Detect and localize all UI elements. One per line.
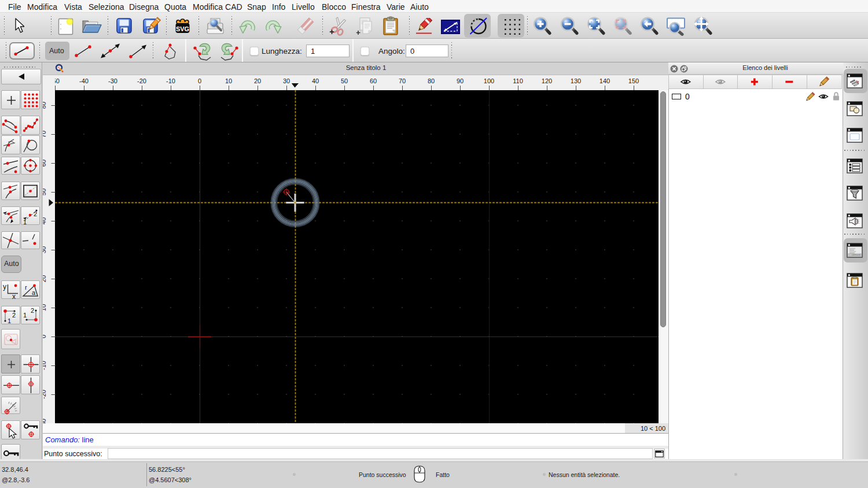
- svg-text:20: 20: [254, 77, 261, 84]
- svg-text:-40: -40: [79, 77, 89, 84]
- svg-text:0: 0: [43, 335, 47, 338]
- svg-text:120: 120: [542, 77, 552, 84]
- svg-text:-30: -30: [108, 77, 117, 84]
- svg-text:40: 40: [312, 77, 319, 84]
- svg-text:30: 30: [43, 246, 47, 253]
- svg-text:130: 130: [571, 77, 581, 84]
- svg-text:150: 150: [628, 77, 639, 84]
- svg-text:110: 110: [513, 77, 523, 84]
- svg-text:70: 70: [399, 77, 406, 84]
- svg-text:50: 50: [43, 188, 47, 195]
- svg-text:r: r: [25, 284, 27, 291]
- svg-text:SVG: SVG: [176, 25, 189, 32]
- svg-text:-20: -20: [43, 390, 47, 399]
- svg-text:10: 10: [43, 304, 47, 311]
- svg-text:1: 1: [23, 219, 27, 225]
- svg-text:c command: c command: [849, 254, 860, 256]
- svg-text:60: 60: [370, 77, 377, 84]
- svg-text:60: 60: [43, 160, 47, 167]
- svg-text:x: x: [12, 293, 16, 299]
- svg-text:30: 30: [283, 77, 290, 84]
- svg-text:140: 140: [599, 77, 610, 84]
- svg-text:-20: -20: [137, 77, 146, 84]
- svg-text:40: 40: [43, 217, 47, 224]
- svg-text:2: 2: [31, 307, 34, 314]
- svg-text:-10: -10: [43, 361, 47, 370]
- svg-text:2: 2: [34, 210, 37, 217]
- svg-text:-10: -10: [166, 77, 175, 84]
- svg-text:70: 70: [43, 131, 47, 138]
- svg-text:90: 90: [457, 77, 464, 84]
- svg-text:-30: -30: [43, 419, 47, 423]
- svg-text:10: 10: [225, 77, 232, 84]
- svg-text:a: a: [32, 289, 36, 296]
- svg-text:2: 2: [12, 312, 16, 319]
- svg-text:1: 1: [23, 312, 27, 319]
- svg-text:y: y: [3, 283, 6, 291]
- svg-text:50: 50: [341, 77, 348, 84]
- svg-text:1: 1: [8, 317, 11, 324]
- svg-text:80: 80: [43, 102, 47, 109]
- svg-text:20: 20: [43, 275, 47, 282]
- svg-text:80: 80: [428, 77, 435, 84]
- svg-text:100: 100: [484, 77, 494, 84]
- svg-text:0: 0: [198, 77, 201, 84]
